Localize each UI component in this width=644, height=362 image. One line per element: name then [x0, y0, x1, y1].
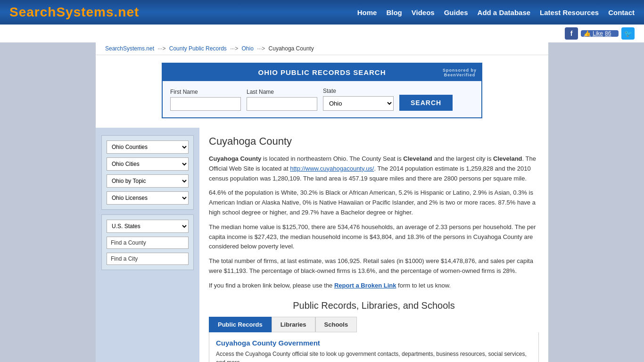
breadcrumb-home[interactable]: SearchSystems.net — [105, 45, 154, 52]
report-broken-link[interactable]: Report a Broken Link — [334, 282, 396, 289]
facebook-like-button[interactable]: 👍 Like 86 — [581, 30, 619, 37]
state-label: State — [323, 88, 394, 94]
broken-link-para: If you find a broken link below, please … — [209, 281, 539, 291]
county-website-link[interactable]: http://www.cuyahogacounty.us/ — [290, 165, 374, 172]
search-box-header: OHIO PUBLIC RECORDS SEARCH Sponsored byB… — [163, 64, 481, 81]
last-name-field: Last Name — [247, 89, 317, 111]
first-name-label: First Name — [170, 89, 241, 95]
social-bar: f 👍 Like 86 🐦 — [0, 25, 644, 42]
breadcrumb-current: Cuyahoga County — [269, 45, 314, 52]
find-city-link[interactable]: Find a City — [107, 253, 189, 265]
county-title: Cuyahoga County — [209, 135, 539, 148]
breadcrumb-sep-3: ···> — [257, 45, 265, 52]
tab-libraries[interactable]: Libraries — [272, 317, 315, 332]
nav-guides[interactable]: Guides — [444, 8, 468, 16]
ohio-licenses-select[interactable]: Ohio Licenses — [107, 191, 189, 205]
header: SearchSystems.net Home Blog Videos Guide… — [0, 0, 644, 25]
search-box-title: OHIO PUBLIC RECORDS SEARCH — [258, 68, 386, 76]
nav-contact[interactable]: Contact — [608, 8, 635, 16]
largest-city-bold: Cleveland — [493, 155, 522, 162]
like-label: Like — [593, 30, 603, 37]
ohio-counties-select[interactable]: Ohio Counties — [107, 140, 189, 154]
last-name-label: Last Name — [247, 89, 317, 95]
logo-suffix: .net — [114, 5, 140, 19]
tabs-bar: Public Records Libraries Schools — [209, 317, 539, 332]
sponsored-label: Sponsored byBeenVerified — [443, 68, 477, 77]
main-nav: Home Blog Videos Guides Add a Database L… — [357, 8, 635, 16]
breadcrumb-sep-1: ···> — [157, 45, 165, 52]
search-box-container: OHIO PUBLIC RECORDS SEARCH Sponsored byB… — [96, 55, 548, 128]
main-wrapper: SearchSystems.net ···> County Public Rec… — [96, 42, 548, 362]
nav-videos[interactable]: Videos — [412, 8, 435, 16]
state-select[interactable]: Ohio — [323, 96, 394, 111]
sidebar-section-ohio: Ohio Counties Ohio Cities Ohio by Topic … — [101, 135, 194, 210]
like-icon: 👍 — [584, 30, 591, 37]
county-seat-bold: Cleveland — [403, 155, 432, 162]
search-box: OHIO PUBLIC RECORDS SEARCH Sponsored byB… — [162, 63, 482, 118]
ohio-cities-select[interactable]: Ohio Cities — [107, 157, 189, 171]
county-desc-1: Cuyahoga County is located in northeaste… — [209, 154, 539, 183]
logo[interactable]: SearchSystems.net — [9, 5, 139, 20]
ohio-by-topic-select[interactable]: Ohio by Topic — [107, 174, 189, 188]
county-desc-2: 64.6% of the population is White, 30.2% … — [209, 188, 539, 217]
state-field: State Ohio — [323, 88, 394, 111]
tab-content-public-records: Cuyahoga County Government Access the Cu… — [209, 332, 539, 362]
nav-latest-resources[interactable]: Latest Resources — [540, 8, 599, 16]
section-title: Public Records, Libraries, and Schools — [209, 300, 539, 311]
broken-link-post: form to let us know. — [396, 282, 451, 289]
breadcrumb-county-public-records[interactable]: County Public Records — [169, 45, 227, 52]
content-area: Ohio Counties Ohio Cities Ohio by Topic … — [96, 128, 548, 362]
search-box-body: First Name Last Name State Ohio SEARCH — [163, 81, 481, 117]
breadcrumb: SearchSystems.net ···> County Public Rec… — [96, 42, 548, 55]
last-name-input[interactable] — [247, 97, 317, 111]
sidebar: Ohio Counties Ohio Cities Ohio by Topic … — [96, 128, 199, 362]
county-name-bold: Cuyahoga County — [209, 155, 261, 162]
facebook-icon[interactable]: f — [565, 27, 578, 40]
first-name-field: First Name — [170, 89, 241, 111]
main-content: Cuyahoga County Cuyahoga County is locat… — [199, 128, 548, 362]
record-title[interactable]: Cuyahoga County Government — [216, 339, 532, 347]
us-states-select[interactable]: U.S. States — [107, 220, 189, 233]
county-desc-3: The median home value is $125,700, there… — [209, 222, 539, 252]
sidebar-section-us: U.S. States Find a County Find a City — [101, 214, 194, 270]
breadcrumb-sep-2: ···> — [230, 45, 238, 52]
logo-text: SearchSystems — [9, 5, 114, 19]
nav-blog[interactable]: Blog — [386, 8, 402, 16]
tab-public-records[interactable]: Public Records — [209, 317, 272, 332]
breadcrumb-ohio[interactable]: Ohio — [242, 45, 254, 52]
nav-add-database[interactable]: Add a Database — [478, 8, 531, 16]
search-button[interactable]: SEARCH — [399, 95, 453, 111]
find-county-link[interactable]: Find a County — [107, 237, 189, 249]
like-count: 86 — [605, 30, 611, 37]
record-desc: Access the Cuyahoga County official site… — [216, 350, 532, 362]
nav-home[interactable]: Home — [357, 8, 377, 16]
broken-link-pre: If you find a broken link below, please … — [209, 282, 334, 289]
twitter-icon[interactable]: 🐦 — [621, 27, 635, 40]
tab-schools[interactable]: Schools — [315, 317, 357, 332]
first-name-input[interactable] — [170, 97, 241, 111]
county-desc-4: The total number of firms, at last estim… — [209, 256, 539, 276]
